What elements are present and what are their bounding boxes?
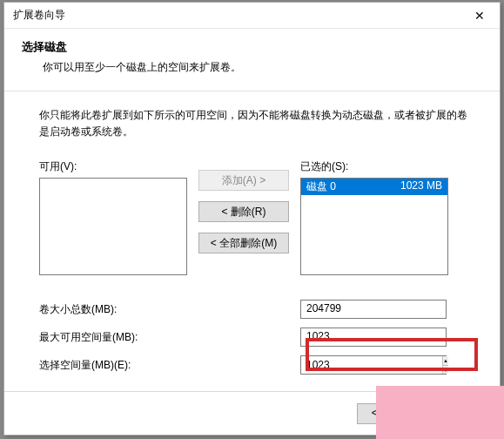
spinner-up-button[interactable]: ▲ <box>443 356 448 366</box>
wizard-header: 选择磁盘 你可以用至少一个磁盘上的空间来扩展卷。 <box>4 29 500 91</box>
page-heading: 选择磁盘 <box>22 39 482 55</box>
disk-size: 1023 MB <box>400 179 442 194</box>
select-space-spinner: ▲ ▼ <box>300 355 447 375</box>
select-space-row: 选择空间量(MB)(E): ▲ ▼ <box>39 355 475 375</box>
wizard-dialog: 扩展卷向导 ✕ 选择磁盘 你可以用至少一个磁盘上的空间来扩展卷。 你只能将此卷扩… <box>3 2 501 436</box>
total-size-row: 卷大小总数(MB): 204799 <box>39 300 475 319</box>
spinner-down-button[interactable]: ▼ <box>443 366 448 375</box>
overlay-annotation <box>376 386 504 439</box>
close-icon: ✕ <box>474 9 485 23</box>
disk-lists-row: 可用(V): 添加(A) > < 删除(R) < 全部删除(M) 已选的(S):… <box>39 159 475 275</box>
chevron-down-icon: ▼ <box>443 368 448 373</box>
disk-name: 磁盘 0 <box>306 179 336 194</box>
titlebar: 扩展卷向导 ✕ <box>4 3 500 29</box>
remove-button[interactable]: < 删除(R) <box>198 201 289 222</box>
available-label: 可用(V): <box>39 159 187 174</box>
close-button[interactable]: ✕ <box>460 3 500 29</box>
add-button: 添加(A) > <box>198 170 289 191</box>
total-size-value: 204799 <box>300 300 447 319</box>
remove-all-button[interactable]: < 全部删除(M) <box>198 233 289 253</box>
transfer-buttons: 添加(A) > < 删除(R) < 全部删除(M) <box>187 159 300 253</box>
description-text: 你只能将此卷扩展到如下所示的可用空间，因为不能将磁盘转换为动态磁盘，或者被扩展的… <box>39 107 475 140</box>
max-space-row: 最大可用空间量(MB): 1023 <box>39 328 475 347</box>
fields-area: 卷大小总数(MB): 204799 最大可用空间量(MB): 1023 选择空间… <box>39 300 475 375</box>
available-listbox[interactable] <box>39 178 187 275</box>
select-space-input[interactable] <box>301 356 442 374</box>
selected-column: 已选的(S): 磁盘 0 1023 MB <box>300 159 448 275</box>
page-subheading: 你可以用至少一个磁盘上的空间来扩展卷。 <box>22 55 482 84</box>
max-space-label: 最大可用空间量(MB): <box>39 330 300 345</box>
select-space-label: 选择空间量(MB)(E): <box>39 358 300 373</box>
selected-listbox[interactable]: 磁盘 0 1023 MB <box>300 178 448 275</box>
window-title: 扩展卷向导 <box>4 8 65 23</box>
content-area: 你只能将此卷扩展到如下所示的可用空间，因为不能将磁盘转换为动态磁盘，或者被扩展的… <box>4 91 500 375</box>
chevron-up-icon: ▲ <box>443 358 448 363</box>
list-item[interactable]: 磁盘 0 1023 MB <box>301 179 447 195</box>
total-size-label: 卷大小总数(MB): <box>39 302 300 317</box>
spinner-buttons: ▲ ▼ <box>442 356 448 374</box>
selected-label: 已选的(S): <box>300 159 448 174</box>
max-space-value: 1023 <box>300 328 447 347</box>
available-column: 可用(V): <box>39 159 187 275</box>
